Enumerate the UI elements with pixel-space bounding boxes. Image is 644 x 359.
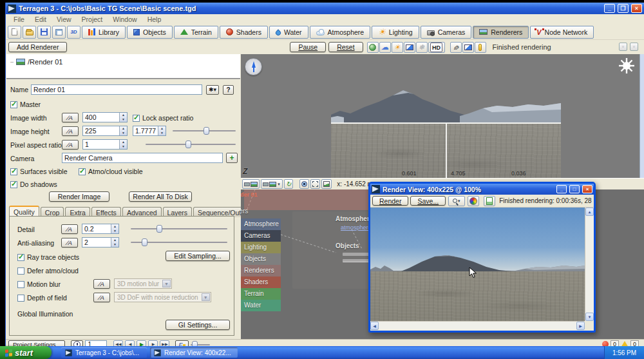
pixel-aspect-slider[interactable] (146, 140, 236, 149)
snow-toggle-button[interactable]: ❄ (416, 42, 428, 53)
eye-view-button[interactable] (299, 179, 309, 189)
spinner-arrows[interactable]: ▲▼ (111, 224, 118, 233)
detail-slider[interactable] (131, 224, 227, 233)
spinner-arrows[interactable]: ▲▼ (119, 126, 127, 135)
render-view-window[interactable]: Render View: 400x225 @ 100% _ □ × Render… (368, 182, 596, 333)
lock-aspect-checkbox[interactable]: Lock aspect ratio (133, 114, 193, 122)
toolbar-cameras[interactable]: Cameras (421, 26, 472, 39)
terrain-profile-button[interactable] (321, 179, 332, 189)
horizontal-scrollbar[interactable]: ◀ ▶ (370, 321, 585, 330)
menu-edit[interactable]: Edit (30, 15, 52, 23)
animate-height-button[interactable]: ∕A (62, 126, 79, 136)
dof-checkbox[interactable]: Depth of field (17, 294, 67, 302)
selection-region-button[interactable] (310, 179, 320, 189)
toolbar-node-network[interactable]: VNode Network (530, 26, 594, 39)
menu-project[interactable]: Project (77, 15, 108, 23)
3d-preview-button[interactable]: 3D (67, 26, 80, 39)
render-view-titlebar[interactable]: Render View: 400x225 @ 100% _ □ × (370, 184, 594, 195)
detail-view-button[interactable] (484, 196, 495, 206)
taskbar-item-render-view[interactable]: Render View: 400x22... (150, 347, 238, 358)
lamp-button[interactable] (475, 42, 486, 53)
palette-renderers[interactable]: Renderers (241, 265, 281, 277)
menu-view[interactable]: View (52, 15, 77, 23)
motion-blur-dropdown[interactable]: 3D motion blur▼ (114, 278, 172, 289)
name-input[interactable]: Render 01 (31, 84, 202, 95)
sun-position-widget[interactable] (619, 58, 634, 73)
toolbar-lighting[interactable]: ☀Lighting (372, 26, 419, 39)
preview-scrollbar[interactable] (639, 54, 644, 178)
pixel-aspect-input[interactable]: 1▲▼ (82, 139, 128, 150)
palette-terrain[interactable]: Terrain (241, 288, 281, 300)
background-toggle-button[interactable] (404, 42, 415, 53)
copy-view-to-camera-button[interactable] (242, 179, 260, 189)
scroll-right-icon[interactable]: ▶ (576, 322, 585, 330)
palette-lighting[interactable]: Lighting (241, 242, 281, 253)
render-image-button[interactable]: Render Image (49, 191, 109, 202)
restore-button[interactable]: ❐ (618, 4, 629, 13)
compass-widget[interactable] (245, 58, 262, 75)
3d-preview-pane[interactable]: Z 0.601 4.705 0.036 (241, 54, 644, 178)
paint-button[interactable]: ✎ (450, 42, 462, 53)
close-button[interactable]: × (631, 4, 642, 13)
color-adjust-button[interactable] (468, 196, 479, 206)
animate-aa-button[interactable]: ∕A (61, 238, 78, 247)
do-shadows-checkbox[interactable]: Do shadows (10, 180, 57, 188)
toolbar-terrain[interactable]: Terrain (174, 26, 218, 39)
spinner-arrows[interactable]: ▲▼ (111, 238, 118, 247)
edit-sampling-button[interactable]: Edit Sampling... (166, 251, 230, 261)
taskbar-item-terragen[interactable]: Terragen 3 - C:\jobs\... (61, 347, 147, 358)
preview-quality-button[interactable] (367, 42, 379, 53)
panel-close-button[interactable]: ▫ (630, 43, 638, 51)
zoom-button[interactable]: ▼ (448, 196, 465, 206)
image-height-input[interactable]: 225▲▼ (82, 126, 128, 136)
reset-view-button[interactable]: ↻ (284, 179, 293, 189)
render-button[interactable]: Render (372, 196, 408, 206)
animate-dof-button[interactable]: ∕A (93, 293, 110, 302)
animate-detail-button[interactable]: ∕A (61, 224, 78, 234)
reset-button[interactable]: Reset (328, 42, 363, 52)
palette-water[interactable]: Water (241, 300, 281, 311)
node-atmosphere[interactable]: atmosphere (341, 224, 372, 231)
palette-cameras[interactable]: Cameras (241, 230, 281, 242)
close-button[interactable]: × (582, 185, 592, 193)
anti-aliasing-input[interactable]: 2▲▼ (82, 237, 119, 247)
aspect-slider[interactable] (173, 126, 236, 135)
rendered-image[interactable] (370, 208, 585, 321)
gear-menu-button[interactable]: ✱▾ (206, 85, 219, 95)
menu-window[interactable]: Window (108, 15, 142, 23)
image-width-input[interactable]: 400▲▼ (82, 112, 128, 122)
node-object-1[interactable] (343, 253, 370, 256)
motion-blur-checkbox[interactable]: Motion blur (17, 280, 61, 288)
scroll-down-icon[interactable]: ▼ (585, 313, 594, 321)
sun-toggle-button[interactable]: ☀ (392, 42, 403, 53)
new-file-button[interactable] (8, 26, 21, 39)
z-axis-widget[interactable]: Z (243, 167, 247, 176)
toolbar-library[interactable]: Library (82, 26, 126, 39)
aa-slider[interactable] (131, 238, 227, 247)
spinner-arrows[interactable]: ▲▼ (158, 126, 166, 135)
render-all-to-disk-button[interactable]: Render All To Disk (129, 191, 192, 202)
scroll-up-icon[interactable]: ▲ (585, 208, 594, 216)
dof-dropdown[interactable]: 3D DoF with noise reduction▼ (114, 292, 211, 302)
minimize-button[interactable]: _ (556, 185, 567, 193)
defer-atmo-checkbox[interactable]: Defer atmo/cloud (17, 267, 79, 275)
master-checkbox[interactable]: Master (10, 101, 41, 108)
palette-atmosphere[interactable]: Atmosphere (241, 218, 281, 230)
help-button[interactable]: ? (223, 85, 234, 95)
scroll-left-icon[interactable]: ◀ (370, 322, 379, 330)
start-button[interactable]: start (0, 346, 52, 359)
maximize-button[interactable]: □ (569, 185, 580, 193)
surfaces-visible-checkbox[interactable]: Surfaces visible (10, 168, 68, 175)
layout-button[interactable] (52, 26, 66, 39)
clouds-toggle-button[interactable]: ☁ (379, 42, 391, 53)
animate-motion-blur-button[interactable]: ∕A (93, 279, 110, 289)
gi-settings-button[interactable]: GI Settings... (166, 320, 230, 330)
add-renderer-button[interactable]: Add Renderer (8, 42, 67, 52)
toolbar-shaders[interactable]: Shaders (220, 26, 268, 39)
toolbar-objects[interactable]: Objects (127, 26, 173, 39)
minimize-button[interactable]: _ (604, 4, 615, 13)
aspect-ratio-input[interactable]: 1.7777▲▼ (133, 126, 166, 136)
hd-button[interactable]: HD (428, 42, 445, 53)
pause-button[interactable]: Pause (290, 42, 326, 52)
toolbar-renderers[interactable]: Renderers (473, 26, 529, 39)
